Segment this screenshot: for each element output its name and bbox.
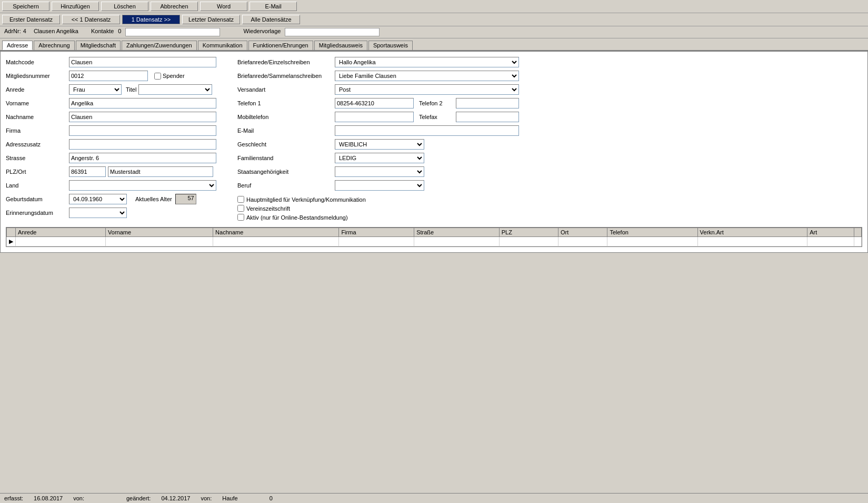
tab-abrechnung[interactable]: Abrechnung xyxy=(34,41,74,50)
telefon2-input[interactable] xyxy=(456,98,519,109)
email-input[interactable] xyxy=(335,125,519,136)
versandart-label: Versandart xyxy=(237,86,335,93)
nachname-label: Nachname xyxy=(6,114,69,120)
form-section: Matchcode Mitgliedsnummer Spender Anrede… xyxy=(6,57,862,223)
briefanrede-einzel-row: Briefanrede/Einzelschreiben Hallo Angeli… xyxy=(237,57,862,67)
adresszusatz-row: Adresszusatz xyxy=(6,139,227,150)
strasse-input[interactable] xyxy=(69,153,216,163)
erinnerungsdatum-select[interactable] xyxy=(69,208,127,218)
col-art: Art xyxy=(807,228,854,237)
cell-strasse xyxy=(414,237,500,246)
versandart-select[interactable]: Post E-Mail xyxy=(335,84,519,95)
nachname-row: Nachname xyxy=(6,112,227,122)
prev-datensatz-button[interactable]: << 1 Datensatz xyxy=(62,15,120,24)
row-indicator: ▶ xyxy=(7,237,16,246)
email-row: E-Mail xyxy=(237,125,862,136)
aktiv-label: Aktiv (nur für Online-Bestandsmeldung) xyxy=(246,214,348,221)
briefanrede-einzel-select[interactable]: Hallo Angelika xyxy=(335,57,519,67)
current-datensatz-button[interactable]: 1 Datensatz >> xyxy=(122,15,180,24)
plz-input[interactable] xyxy=(69,166,106,177)
anrede-select[interactable]: Frau Herr xyxy=(69,84,122,95)
cell-telefon xyxy=(607,237,697,246)
adresszusatz-input[interactable] xyxy=(69,139,216,150)
mitgliedsnummer-row: Mitgliedsnummer Spender xyxy=(6,71,227,81)
table-row: ▶ xyxy=(7,237,862,246)
adrnr-label: AdrNr: xyxy=(4,28,21,36)
word-button[interactable]: Word xyxy=(200,2,247,11)
col-strasse: Straße xyxy=(414,228,500,237)
speichern-button[interactable]: Speichern xyxy=(2,2,49,11)
adrnr-field: AdrNr: 4 Clausen Angelika Kontakte 0 Wie… xyxy=(4,28,380,36)
cell-firma xyxy=(339,237,414,246)
anrede-row: Anrede Frau Herr Titel Dr. Prof. xyxy=(6,84,227,95)
checkboxes-section: Hauptmitglied für Verknüpfung/Kommunikat… xyxy=(237,196,862,221)
plzort-row: PLZ/Ort xyxy=(6,166,227,177)
matchcode-input[interactable] xyxy=(69,57,216,67)
matchcode-label: Matchcode xyxy=(6,59,69,65)
firma-label: Firma xyxy=(6,127,69,134)
vereinszeitschrift-checkbox[interactable] xyxy=(237,205,244,212)
spender-checkbox[interactable] xyxy=(154,73,161,80)
col-nachname: Nachname xyxy=(213,228,339,237)
staatsangehoerigkeit-row: Staatsangehörigkeit Deutsch xyxy=(237,166,862,177)
briefanrede-sammel-select[interactable]: Liebe Familie Clausen xyxy=(335,71,519,81)
firma-row: Firma xyxy=(6,125,227,136)
email-button[interactable]: E-Mail xyxy=(250,2,297,11)
mobiltelefon-input[interactable] xyxy=(335,112,414,122)
toolbar2: Erster Datensatz << 1 Datensatz 1 Datens… xyxy=(0,13,868,26)
wiedervorlage-input[interactable] xyxy=(285,28,380,36)
tab-mitgliedsausweis[interactable]: Mitgliedsausweis xyxy=(314,41,367,50)
tab-kommunikation[interactable]: Kommunikation xyxy=(198,41,247,50)
row-indicator-header xyxy=(7,228,16,237)
letzter-datensatz-button[interactable]: Letzter Datensatz xyxy=(182,15,240,24)
abbrechen-button[interactable]: Abbrechen xyxy=(151,2,198,11)
tab-sportausweis[interactable]: Sportausweis xyxy=(368,41,413,50)
hauptmitglied-label: Hauptmitglied für Verknüpfung/Kommunikat… xyxy=(246,196,366,203)
vorname-input[interactable] xyxy=(69,98,216,109)
col-scroll xyxy=(854,228,862,237)
aktiv-checkbox[interactable] xyxy=(237,214,244,221)
firma-input[interactable] xyxy=(69,125,216,136)
cell-plz xyxy=(499,237,558,246)
nachname-input[interactable] xyxy=(69,112,216,122)
beruf-select[interactable] xyxy=(335,180,424,191)
col-telefon: Telefon xyxy=(607,228,697,237)
telefax-input[interactable] xyxy=(456,112,519,122)
staatsangehoerigkeit-select[interactable]: Deutsch xyxy=(335,166,424,177)
briefanrede-sammel-label: Briefanrede/Sammelanschreiben xyxy=(237,73,335,79)
plzort-label: PLZ/Ort xyxy=(6,169,69,175)
email-label: E-Mail xyxy=(237,127,335,134)
familienstand-select[interactable]: LEDIG VERHEIRATET GESCHIEDEN xyxy=(335,153,424,163)
tab-funktionen[interactable]: Funktionen/Ehrungen xyxy=(248,41,313,50)
mitgliedsnummer-input[interactable] xyxy=(69,71,148,81)
cell-vorname xyxy=(106,237,213,246)
data-table: Anrede Vorname Nachname Firma Straße PLZ… xyxy=(6,228,862,246)
versandart-row: Versandart Post E-Mail xyxy=(237,84,862,95)
col-anrede: Anrede xyxy=(16,228,106,237)
cell-verkn-art xyxy=(697,237,807,246)
tab-mitgliedschaft[interactable]: Mitgliedschaft xyxy=(76,41,121,50)
alle-datensaetze-button[interactable]: Alle Datensätze xyxy=(242,15,300,24)
geburtsdatum-select[interactable]: 04.09.1960 xyxy=(69,194,127,204)
mobiltelefon-label: Mobiltelefon xyxy=(237,114,335,120)
land-label: Land xyxy=(6,182,69,189)
cell-anrede xyxy=(16,237,106,246)
anrede-label: Anrede xyxy=(6,86,69,93)
col-plz: PLZ xyxy=(499,228,558,237)
erinnerungsdatum-row: Erinnerungsdatum xyxy=(6,208,227,218)
adrnr-value: 4 xyxy=(23,28,26,36)
geburtsdatum-row: Geburtsdatum 04.09.1960 Aktuelles Alter … xyxy=(6,194,227,204)
land-select[interactable]: Deutschland xyxy=(69,180,216,191)
loeschen-button[interactable]: Löschen xyxy=(101,2,148,11)
geschlecht-select[interactable]: WEIBLICH MÄNNLICH xyxy=(335,139,424,150)
hauptmitglied-checkbox[interactable] xyxy=(237,196,244,203)
tab-adresse[interactable]: Adresse xyxy=(2,41,33,50)
telefon1-input[interactable] xyxy=(335,98,414,109)
ort-input[interactable] xyxy=(108,166,213,177)
tab-zahlungen[interactable]: Zahlungen/Zuwendungen xyxy=(122,41,197,50)
telefax-label: Telefax xyxy=(419,114,456,120)
hinzufuegen-button[interactable]: Hinzufügen xyxy=(52,2,99,11)
kontakte-input[interactable] xyxy=(125,28,220,36)
erster-datensatz-button[interactable]: Erster Datensatz xyxy=(2,15,60,24)
titel-select[interactable]: Dr. Prof. xyxy=(138,84,212,95)
